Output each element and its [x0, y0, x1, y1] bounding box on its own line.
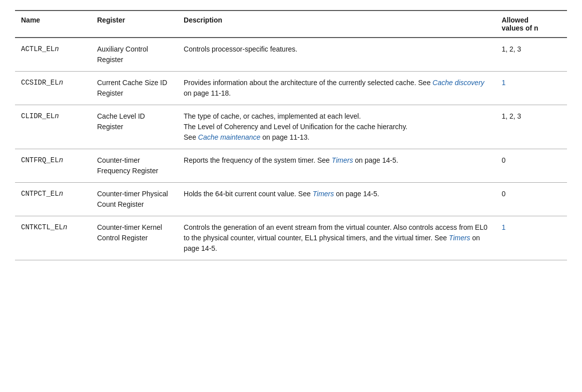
cell-name: CNTKCTL_ELn: [15, 216, 91, 260]
header-description: Description: [178, 11, 495, 38]
cell-description: Provides information about the architect…: [178, 72, 495, 105]
table-row: CNTFRQ_ELnCounter-timer Frequency Regist…: [15, 149, 567, 183]
description-link[interactable]: Timers: [313, 190, 334, 198]
table-row: CCSIDR_ELnCurrent Cache Size ID Register…: [15, 72, 567, 105]
cell-description: Holds the 64-bit current count value. Se…: [178, 183, 495, 216]
cell-register: Cache Level ID Register: [91, 105, 178, 149]
description-link[interactable]: Timers: [332, 156, 353, 164]
name-prefix: CLIDR_EL: [21, 112, 55, 120]
cell-description: Controls the generation of an event stre…: [178, 216, 495, 260]
table-header-row: Name Register Description Allowed values…: [15, 11, 567, 38]
name-suffix: n: [55, 45, 59, 53]
name-prefix: CNTKCTL_EL: [21, 223, 63, 231]
cell-description: Controls processor-specific features.: [178, 38, 495, 72]
cell-allowed: 1, 2, 3: [495, 105, 567, 149]
table-row: CNTPCT_ELnCounter-timer Physical Count R…: [15, 183, 567, 216]
cell-name: CCSIDR_ELn: [15, 72, 91, 105]
table-row: CLIDR_ELnCache Level ID RegisterThe type…: [15, 105, 567, 149]
cell-name: CNTPCT_ELn: [15, 183, 91, 216]
header-register: Register: [91, 11, 178, 38]
cell-register: Counter-timer Physical Count Register: [91, 183, 178, 216]
header-allowed: Allowed values of n: [495, 11, 567, 38]
name-prefix: CCSIDR_EL: [21, 79, 59, 87]
description-link[interactable]: Cache discovery: [432, 79, 484, 87]
name-prefix: CNTPCT_EL: [21, 190, 59, 198]
cell-name: ACTLR_ELn: [15, 38, 91, 72]
cell-name: CLIDR_ELn: [15, 105, 91, 149]
register-table: Name Register Description Allowed values…: [15, 10, 567, 260]
name-suffix: n: [55, 112, 59, 120]
cell-allowed: 0: [495, 183, 567, 216]
header-name: Name: [15, 11, 91, 38]
cell-register: Counter-timer Frequency Register: [91, 149, 178, 183]
cell-description: Reports the frequency of the system time…: [178, 149, 495, 183]
name-suffix: n: [59, 79, 63, 87]
table-row: ACTLR_ELnAuxiliary Control RegisterContr…: [15, 38, 567, 72]
table-row: CNTKCTL_ELnCounter-timer Kernel Control …: [15, 216, 567, 260]
cell-name: CNTFRQ_ELn: [15, 149, 91, 183]
name-suffix: n: [59, 156, 63, 164]
name-prefix: ACTLR_EL: [21, 45, 55, 53]
description-link[interactable]: Timers: [449, 234, 470, 242]
cell-allowed: 1: [495, 216, 567, 260]
cell-allowed: 0: [495, 149, 567, 183]
cell-register: Current Cache Size ID Register: [91, 72, 178, 105]
description-link[interactable]: Cache maintenance: [198, 133, 261, 141]
cell-description: The type of cache, or caches, implemente…: [178, 105, 495, 149]
cell-register: Counter-timer Kernel Control Register: [91, 216, 178, 260]
name-suffix: n: [63, 223, 67, 231]
cell-allowed: 1, 2, 3: [495, 38, 567, 72]
cell-allowed: 1: [495, 72, 567, 105]
name-suffix: n: [59, 190, 63, 198]
name-prefix: CNTFRQ_EL: [21, 156, 59, 164]
cell-register: Auxiliary Control Register: [91, 38, 178, 72]
